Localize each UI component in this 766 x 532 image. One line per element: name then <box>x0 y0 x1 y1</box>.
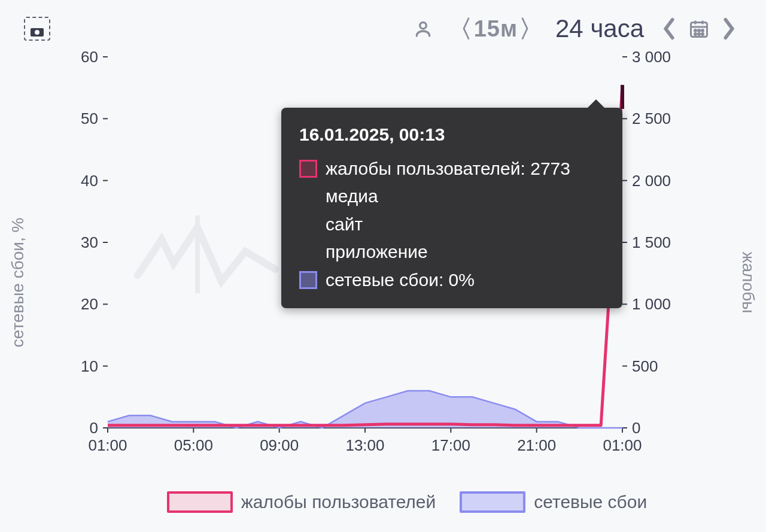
tooltip-sub-site: сайт <box>299 211 604 239</box>
tooltip-swatch-complaints <box>299 160 317 178</box>
calendar-button[interactable] <box>686 16 712 42</box>
svg-text:2 500: 2 500 <box>632 110 671 127</box>
svg-text:10: 10 <box>81 357 98 375</box>
watermark-icon <box>138 215 293 293</box>
tooltip-timestamp: 16.01.2025, 00:13 <box>299 121 604 149</box>
chart-tooltip: 16.01.2025, 00:13 жалобы пользователей: … <box>281 108 622 308</box>
legend-label-failures: сетевые сбои <box>534 492 647 512</box>
svg-text:2 000: 2 000 <box>632 172 671 190</box>
svg-text:05:00: 05:00 <box>174 436 213 454</box>
svg-point-12 <box>702 34 704 35</box>
svg-text:01:00: 01:00 <box>603 436 642 454</box>
svg-text:1 000: 1 000 <box>632 295 671 313</box>
svg-text:13:00: 13:00 <box>345 436 384 454</box>
svg-text:20: 20 <box>81 295 98 313</box>
y-right-axis-title: жалобы <box>738 252 758 314</box>
chart-toolbar: 〈15м〉 24 часа <box>24 11 742 47</box>
chart-area[interactable]: сетевые сбои, % жалобы 0102030405060 050… <box>24 51 742 514</box>
svg-text:500: 500 <box>632 357 658 375</box>
svg-point-9 <box>702 30 704 32</box>
tooltip-swatch-failures <box>299 271 317 289</box>
svg-text:30: 30 <box>81 233 98 251</box>
svg-point-8 <box>698 30 700 32</box>
svg-text:50: 50 <box>81 110 98 127</box>
legend-swatch-failures <box>460 491 525 513</box>
svg-point-2 <box>420 22 426 29</box>
svg-text:17:00: 17:00 <box>431 436 470 454</box>
next-range-button[interactable] <box>716 16 742 42</box>
chart-legend: жалобы пользователей сетевые сбои <box>72 488 742 516</box>
svg-point-1 <box>35 30 39 35</box>
svg-point-11 <box>698 34 700 35</box>
svg-text:0: 0 <box>90 419 98 437</box>
svg-text:0: 0 <box>632 419 640 437</box>
svg-text:1 500: 1 500 <box>632 233 671 251</box>
legend-item-failures[interactable]: сетевые сбои <box>460 491 647 513</box>
tooltip-sub-media: медиа <box>299 183 604 211</box>
range-15m[interactable]: 〈15м〉 <box>448 13 543 45</box>
svg-text:40: 40 <box>81 172 98 190</box>
svg-text:21:00: 21:00 <box>517 436 556 454</box>
legend-swatch-complaints <box>167 491 233 513</box>
screenshot-button[interactable] <box>24 16 50 42</box>
legend-label-complaints: жалобы пользователей <box>241 492 436 512</box>
svg-text:09:00: 09:00 <box>260 436 299 454</box>
tooltip-sub-app: приложение <box>299 238 604 266</box>
camera-icon <box>30 26 44 37</box>
range-24h[interactable]: 24 часа <box>555 14 644 43</box>
range-15m-label: 15м <box>474 16 518 42</box>
svg-text:60: 60 <box>81 51 98 66</box>
legend-item-complaints[interactable]: жалобы пользователей <box>167 491 436 513</box>
svg-point-7 <box>695 30 697 32</box>
tooltip-complaints-label: жалобы пользователей: 2773 <box>326 155 570 183</box>
prev-range-button[interactable] <box>656 16 682 42</box>
svg-text:3 000: 3 000 <box>632 51 671 66</box>
svg-text:01:00: 01:00 <box>88 436 127 454</box>
svg-point-10 <box>695 34 697 35</box>
tooltip-failures-label: сетевые сбои: 0% <box>326 266 475 294</box>
user-icon[interactable] <box>410 16 436 42</box>
